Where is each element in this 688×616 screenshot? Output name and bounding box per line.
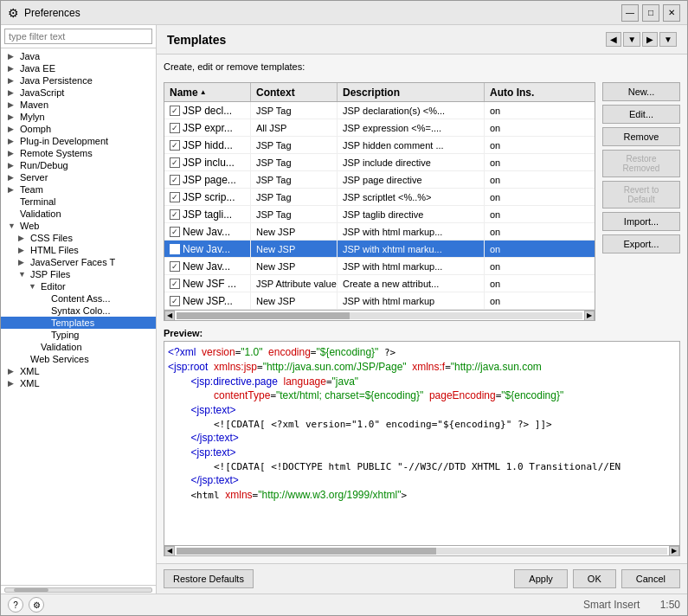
close-button[interactable]: ✕ <box>663 4 680 22</box>
sidebar-item-web[interactable]: ▼Web <box>1 220 156 232</box>
sidebar-item-editor[interactable]: ▼Editor <box>1 280 156 292</box>
sidebar-item-templates[interactable]: Templates <box>1 317 156 329</box>
revert-to-default-button[interactable]: Revert to Default <box>602 181 680 209</box>
sidebar-item-xml[interactable]: ▶XML <box>1 377 156 389</box>
col-header-auto[interactable]: Auto Ins. <box>485 83 595 101</box>
export-button[interactable]: Export... <box>602 234 680 253</box>
right-panel: Templates ◀ ▼ ▶ ▼ Create, edit or remove… <box>157 25 687 594</box>
help-button[interactable]: ? <box>8 597 23 613</box>
sidebar-item-java[interactable]: ▶Java <box>1 50 156 62</box>
minimize-button[interactable]: — <box>621 4 639 22</box>
preview-hscroll-right-button[interactable]: ▶ <box>669 546 679 556</box>
row-checkbox[interactable] <box>170 209 180 220</box>
cell-description: JSP hidden comment ... <box>338 137 485 153</box>
table-row[interactable]: New Jav... New JSP JSP with html markup.… <box>164 258 595 275</box>
col-header-context[interactable]: Context <box>251 83 338 101</box>
filter-input[interactable] <box>4 29 152 44</box>
remove-button[interactable]: Remove <box>602 127 680 146</box>
table-hscroll-thumb[interactable] <box>177 312 350 319</box>
sidebar-item-typing[interactable]: Typing <box>1 329 156 341</box>
row-checkbox[interactable] <box>170 175 180 185</box>
col-header-name[interactable]: Name ▲ <box>164 83 251 101</box>
table-row[interactable]: New JSP... New JSP JSP with html markup … <box>164 292 595 310</box>
sidebar-item-oomph[interactable]: ▶Oomph <box>1 123 156 135</box>
restore-defaults-button[interactable]: Restore Defaults <box>164 569 254 588</box>
sidebar-hscroll-thumb[interactable] <box>14 588 48 592</box>
sidebar-item-team[interactable]: ▶Team <box>1 183 156 196</box>
sidebar-item-plugin-dev[interactable]: ▶Plug-in Development <box>1 135 156 147</box>
sidebar-item-server[interactable]: ▶Server <box>1 171 156 183</box>
row-checkbox[interactable] <box>170 227 180 237</box>
new-button[interactable]: New... <box>602 82 680 101</box>
table-row[interactable]: JSP expr... All JSP JSP expression <%=..… <box>164 119 595 137</box>
sidebar-item-java-ee[interactable]: ▶Java EE <box>1 62 156 74</box>
table-hscroll-right-button[interactable]: ▶ <box>584 311 595 321</box>
ok-button[interactable]: OK <box>573 569 616 588</box>
sidebar-item-html-files[interactable]: ▶HTML Files <box>1 244 156 256</box>
nav-forward-button[interactable]: ▶ <box>642 32 658 47</box>
import-button[interactable]: Import... <box>602 212 680 231</box>
maximize-button[interactable]: □ <box>642 4 659 22</box>
row-checkbox[interactable] <box>170 123 180 133</box>
sidebar-item-jsp-files[interactable]: ▼JSP Files <box>1 268 156 280</box>
sidebar-hscrollbar <box>1 585 156 594</box>
sidebar-item-web-page-editor[interactable]: Web Services <box>1 353 156 365</box>
table-row[interactable]: JSP tagli... JSP Tag JSP taglib directiv… <box>164 206 595 223</box>
sidebar-item-terminal[interactable]: Terminal <box>1 196 156 208</box>
table-row[interactable]: New JSF ... JSP Attribute value Create a… <box>164 275 595 292</box>
sidebar-item-web-services[interactable]: ▶XML <box>1 365 156 377</box>
cell-name: JSP inclu... <box>164 154 251 170</box>
sidebar-item-java-persistence[interactable]: ▶Java Persistence <box>1 74 156 87</box>
sidebar-item-mylyn[interactable]: ▶Mylyn <box>1 111 156 123</box>
sidebar-item-label: Oomph <box>20 124 51 134</box>
apply-button[interactable]: Apply <box>514 569 568 588</box>
row-checkbox[interactable] <box>170 279 180 289</box>
settings-button[interactable]: ⚙ <box>29 597 44 613</box>
table-row[interactable]: JSP hidd... JSP Tag JSP hidden comment .… <box>164 137 595 154</box>
preview-hscroll-track[interactable] <box>177 548 667 555</box>
cell-name: JSP page... <box>164 171 251 188</box>
row-checkbox[interactable] <box>170 296 180 306</box>
status-bar: Smart Insert 1:50 <box>49 599 680 611</box>
table-row[interactable]: JSP inclu... JSP Tag JSP include directi… <box>164 154 595 171</box>
nav-back-button[interactable]: ◀ <box>606 32 621 47</box>
sidebar-item-validation[interactable]: Validation <box>1 208 156 220</box>
col-header-description[interactable]: Description <box>338 83 485 101</box>
nav-forward-dropdown-button[interactable]: ▼ <box>659 32 677 47</box>
cell-description: JSP scriptlet <%..%> <box>338 189 485 205</box>
sidebar-item-label: XML <box>20 366 40 376</box>
sidebar-item-remote-systems[interactable]: ▶Remote Systems <box>1 147 156 159</box>
preview-hscroll-thumb[interactable] <box>177 548 436 555</box>
nav-back-dropdown-button[interactable]: ▼ <box>623 32 640 47</box>
sidebar-item-javaserver-faces[interactable]: ▶JavaServer Faces T <box>1 256 156 268</box>
sidebar-item-javascript[interactable]: ▶JavaScript <box>1 87 156 99</box>
row-checkbox[interactable] <box>170 192 180 202</box>
table-hscroll-left-button[interactable]: ◀ <box>164 311 175 321</box>
row-checkbox[interactable] <box>170 106 180 116</box>
templates-table: Name ▲ Context Description Auto Ins. <box>164 82 595 321</box>
table-row[interactable]: New Jav... New JSP JSP with xhtml marku.… <box>164 241 595 258</box>
row-checkbox[interactable] <box>170 157 180 168</box>
edit-button[interactable]: Edit... <box>602 105 680 124</box>
sidebar-item-label: Maven <box>20 99 48 110</box>
table-row[interactable]: JSP scrip... JSP Tag JSP scriptlet <%..%… <box>164 189 595 206</box>
table-hscroll-track[interactable] <box>177 312 582 319</box>
restore-removed-button[interactable]: Restore Removed <box>602 150 680 177</box>
table-row[interactable]: New Jav... New JSP JSP with html markup.… <box>164 223 595 241</box>
preview-hscroll-left-button[interactable]: ◀ <box>164 546 175 556</box>
sidebar-item-maven[interactable]: ▶Maven <box>1 99 156 111</box>
cell-context: JSP Tag <box>251 189 338 205</box>
sidebar-item-syntax-colo[interactable]: Syntax Colo... <box>1 305 156 317</box>
sidebar-item-validation-sub[interactable]: Validation <box>1 341 156 353</box>
row-checkbox[interactable] <box>170 244 180 254</box>
cell-description: JSP expression <%=.... <box>338 119 485 136</box>
table-row[interactable]: JSP page... JSP Tag JSP page directive o… <box>164 171 595 189</box>
cancel-button[interactable]: Cancel <box>621 569 680 588</box>
table-row[interactable]: JSP decl... JSP Tag JSP declaration(s) <… <box>164 102 595 119</box>
row-checkbox[interactable] <box>170 140 180 151</box>
sidebar-item-css-files[interactable]: ▶CSS Files <box>1 232 156 244</box>
row-checkbox[interactable] <box>170 261 180 272</box>
sidebar-hscroll-track[interactable] <box>4 587 152 593</box>
sidebar-item-run-debug[interactable]: ▶Run/Debug <box>1 159 156 171</box>
sidebar-item-content-ass[interactable]: Content Ass... <box>1 292 156 305</box>
